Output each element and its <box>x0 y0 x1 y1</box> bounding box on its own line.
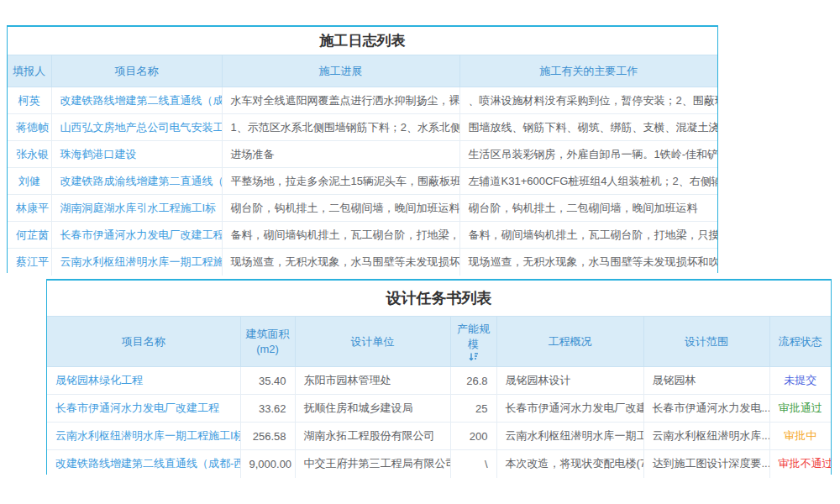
overview-cell: 本次改造，将现状变配电楼(7#... <box>496 450 643 478</box>
table-row: 晟铭园林绿化工程 35.40 东阳市园林管理处 26.8 晟铭园林设计 晟铭园林… <box>47 367 831 395</box>
design-task-table: 设计任务书列表 项目名称 建筑面积(m2) 设计单位 产能规模 工程概况 设计范… <box>46 279 832 475</box>
header-row: 项目名称 建筑面积(m2) 设计单位 产能规模 工程概况 设计范围 流程状态 <box>47 317 831 367</box>
col-header-reporter: 填报人 <box>8 55 51 87</box>
project-link[interactable]: 长春市伊通河水力发电厂改建工程 <box>47 395 240 423</box>
table-row: 云南水利枢纽潜明水库一期工程施工I标 256.58 湖南永拓工程股份有限公司 2… <box>47 423 831 450</box>
col-header-project: 项目名称 <box>51 55 222 87</box>
progress-cell: 备料，砌间墙钩机排土，瓦工砌台阶，打地梁，只摸... <box>222 222 459 249</box>
table-row: 张永银 珠海鹤港口建设 进场准备 生活区吊装彩钢房，外雇自卸吊一辆。1铁岭-佳和… <box>8 141 717 168</box>
table-row: 改建铁路线增建第二线直通线（成都-西安... 9,000.00 中交王府井第三工… <box>47 450 831 478</box>
progress-cell: 1、示范区水系北侧围墙钢筋下料；2、水系北侧绿化... <box>222 114 459 141</box>
scope-cell: 晟铭园林 <box>643 367 769 395</box>
main-work-cell: 、喷淋设施材料没有采购到位，暂停安装；2、围蔽班组以货... <box>459 87 717 114</box>
col-header-scope: 设计范围 <box>643 317 769 367</box>
reporter-link[interactable]: 柯英 <box>8 87 51 114</box>
col-header-progress: 施工进展 <box>222 55 459 87</box>
table-row: 何芷茵 长春市伊通河水力发电厂改建工程 备料，砌间墙钩机排土，瓦工砌台阶，打地梁… <box>8 222 717 249</box>
reporter-link[interactable]: 张永银 <box>8 141 51 168</box>
status-badge: 审批中 <box>769 423 831 450</box>
design-task-title: 设计任务书列表 <box>47 281 831 316</box>
designer-cell: 湖南永拓工程股份有限公司 <box>295 423 450 450</box>
capacity-cell: 25 <box>450 395 496 423</box>
construction-log-grid: 填报人 项目名称 施工进展 施工有关的主要工作 柯英 改建铁路线增建第二线直通线… <box>8 55 717 276</box>
progress-cell: 进场准备 <box>222 141 459 168</box>
header-row: 填报人 项目名称 施工进展 施工有关的主要工作 <box>8 55 717 87</box>
progress-cell: 水车对全线遮阳网覆盖点进行洒水抑制扬尘，裸土覆... <box>222 87 459 114</box>
area-cell: 35.40 <box>240 367 295 395</box>
table-row: 林康平 湖南洞庭湖水库引水工程施工I标 砌台阶，钩机排土，二包砌间墙，晚间加班运… <box>8 195 717 222</box>
table-row: 长春市伊通河水力发电厂改建工程 33.62 抚顺住房和城乡建设局 25 长春市伊… <box>47 395 831 423</box>
construction-log-title: 施工日志列表 <box>8 27 717 55</box>
project-link[interactable]: 湖南洞庭湖水库引水工程施工I标 <box>51 195 222 222</box>
designer-cell: 中交王府井第三工程局有限公司 <box>295 450 450 478</box>
reporter-link[interactable]: 蒋德帧 <box>8 114 51 141</box>
capacity-cell: \ <box>450 450 496 478</box>
area-cell: 33.62 <box>240 395 295 423</box>
sort-icon[interactable] <box>469 352 479 361</box>
col-header-status: 流程状态 <box>769 317 831 367</box>
area-cell: 256.58 <box>240 423 295 450</box>
scope-cell: 达到施工图设计深度要... <box>643 450 769 478</box>
main-work-cell: 左辅道K31+600CFG桩班组4人组装桩机；2、右侧辅道拼宽... <box>459 168 717 195</box>
reporter-link[interactable]: 刘健 <box>8 168 51 195</box>
main-work-cell: 生活区吊装彩钢房，外雇自卸吊一辆。1铁岭-佳和铲车一台 <box>459 141 717 168</box>
status-badge: 未提交 <box>769 367 831 395</box>
project-link[interactable]: 改建铁路线增建第二线直通线（成都-西安... <box>47 450 240 478</box>
project-link[interactable]: 云南水利枢纽潜明水库一期工程施工I标 <box>47 423 240 450</box>
project-link[interactable]: 长春市伊通河水力发电厂改建工程 <box>51 222 222 249</box>
area-cell: 9,000.00 <box>240 450 295 478</box>
table-row: 蔡江平 云南水利枢纽潜明水库一期工程施工I标 现场巡查，无积水现象，水马围壁等未… <box>8 249 717 276</box>
main-work-cell: 砌台阶，钩机排土，二包砌间墙，晚间加班运料 <box>459 195 717 222</box>
main-work-cell: 备料，砌间墙钩机排土，瓦工砌台阶，打地梁，只摸板，砌... <box>459 222 717 249</box>
overview-cell: 云南水利枢纽潜明水库一期工... <box>496 423 643 450</box>
project-link[interactable]: 晟铭园林绿化工程 <box>47 367 240 395</box>
scope-cell: 云南水利枢纽潜明水库... <box>643 423 769 450</box>
capacity-header-label: 产能规模 <box>454 322 493 351</box>
main-work-cell: 现场巡查，无积水现象，水马围壁等未发现损坏和吹倒现象 ... <box>459 249 717 276</box>
col-header-capacity[interactable]: 产能规模 <box>450 317 496 367</box>
progress-cell: 砌台阶，钩机排土，二包砌间墙，晚间加班运料 <box>222 195 459 222</box>
reporter-link[interactable]: 林康平 <box>8 195 51 222</box>
col-header-designer: 设计单位 <box>295 317 450 367</box>
col-header-overview: 工程概况 <box>496 317 643 367</box>
table-row: 刘健 改建铁路成渝线增建第二直通线（成... 平整场地，拉走多余泥土15辆泥头车… <box>8 168 717 195</box>
project-link[interactable]: 改建铁路成渝线增建第二直通线（成... <box>51 168 222 195</box>
status-badge: 审批不通过 <box>769 450 831 478</box>
project-link[interactable]: 山西弘文房地产总公司电气安装工程 <box>51 114 222 141</box>
project-link[interactable]: 改建铁路线增建第二线直通线（成都-... <box>51 87 222 114</box>
table-row: 蒋德帧 山西弘文房地产总公司电气安装工程 1、示范区水系北侧围墙钢筋下料；2、水… <box>8 114 717 141</box>
capacity-cell: 26.8 <box>450 367 496 395</box>
reporter-link[interactable]: 何芷茵 <box>8 222 51 249</box>
designer-cell: 抚顺住房和城乡建设局 <box>295 395 450 423</box>
reporter-link[interactable]: 蔡江平 <box>8 249 51 276</box>
project-link[interactable]: 云南水利枢纽潜明水库一期工程施工I标 <box>51 249 222 276</box>
progress-cell: 平整场地，拉走多余泥土15辆泥头车，围蔽板班组没... <box>222 168 459 195</box>
col-header-project: 项目名称 <box>47 317 240 367</box>
design-task-grid: 项目名称 建筑面积(m2) 设计单位 产能规模 工程概况 设计范围 流程状态 <box>47 316 831 478</box>
designer-cell: 东阳市园林管理处 <box>295 367 450 395</box>
overview-cell: 晟铭园林设计 <box>496 367 643 395</box>
progress-cell: 现场巡查，无积水现象，水马围壁等未发现损坏和吹... <box>222 249 459 276</box>
status-badge: 审批通过 <box>769 395 831 423</box>
project-link[interactable]: 珠海鹤港口建设 <box>51 141 222 168</box>
col-header-area: 建筑面积(m2) <box>240 317 295 367</box>
overview-cell: 长春市伊通河水力发电厂改建... <box>496 395 643 423</box>
table-row: 柯英 改建铁路线增建第二线直通线（成都-... 水车对全线遮阳网覆盖点进行洒水抑… <box>8 87 717 114</box>
scope-cell: 长春市伊通河水力发电... <box>643 395 769 423</box>
col-header-main-work: 施工有关的主要工作 <box>459 55 717 87</box>
main-work-cell: 围墙放线、钢筋下料、砌筑、绑筋、支横、混凝土浇注、清... <box>459 114 717 141</box>
capacity-cell: 200 <box>450 423 496 450</box>
construction-log-table: 施工日志列表 填报人 项目名称 施工进展 施工有关的主要工作 柯英 改建铁路线增… <box>7 25 718 273</box>
